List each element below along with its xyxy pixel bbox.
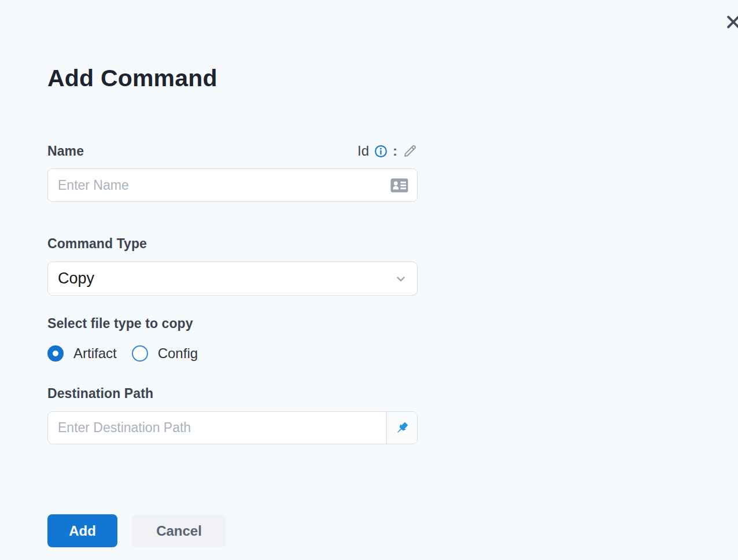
id-colon: : bbox=[393, 143, 397, 159]
add-button[interactable]: Add bbox=[47, 514, 117, 547]
radio-unselected-icon bbox=[132, 345, 148, 362]
radio-config-label: Config bbox=[158, 345, 198, 362]
destination-path-input[interactable] bbox=[48, 412, 386, 444]
radio-option-artifact[interactable]: Artifact bbox=[47, 345, 117, 362]
chevron-down-icon bbox=[394, 272, 407, 285]
id-label: Id bbox=[357, 143, 369, 159]
radio-selected-icon bbox=[47, 345, 64, 362]
x-icon bbox=[725, 13, 738, 31]
radio-option-config[interactable]: Config bbox=[132, 345, 198, 362]
destination-path-container bbox=[47, 411, 418, 444]
add-command-modal: Add Command Name Id : bbox=[0, 0, 738, 560]
contact-card-icon bbox=[390, 178, 408, 193]
name-input[interactable] bbox=[48, 169, 390, 201]
name-label: Name bbox=[47, 143, 84, 159]
command-type-select[interactable]: Copy bbox=[47, 261, 418, 296]
info-circle-icon[interactable] bbox=[374, 145, 388, 158]
command-type-label: Command Type bbox=[47, 236, 147, 252]
radio-artifact-label: Artifact bbox=[73, 345, 117, 362]
command-type-value: Copy bbox=[58, 270, 94, 288]
pushpin-icon bbox=[394, 420, 410, 436]
page-title: Add Command bbox=[47, 65, 217, 92]
edit-id-button[interactable] bbox=[403, 143, 418, 159]
close-button[interactable] bbox=[725, 13, 738, 31]
destination-path-label: Destination Path bbox=[47, 386, 153, 401]
pencil-icon bbox=[403, 143, 418, 159]
file-type-label: Select file type to copy bbox=[47, 316, 193, 331]
pin-path-button[interactable] bbox=[386, 412, 417, 444]
id-group: Id : bbox=[357, 143, 418, 159]
action-buttons: Add Cancel bbox=[47, 514, 226, 547]
cancel-button[interactable]: Cancel bbox=[132, 514, 226, 547]
name-field-header: Name Id : bbox=[47, 142, 418, 160]
name-input-container bbox=[47, 168, 418, 202]
file-type-radio-group: Artifact Config bbox=[47, 344, 198, 363]
